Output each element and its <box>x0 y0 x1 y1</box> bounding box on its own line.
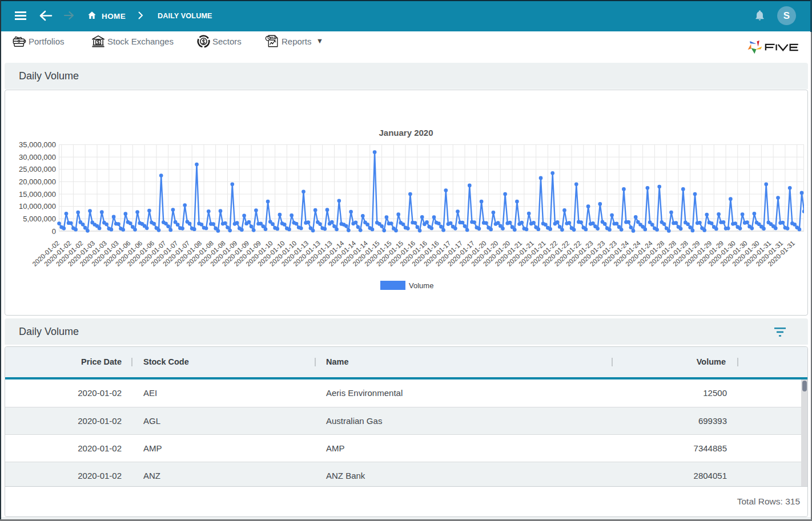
svg-text:25,000,000: 25,000,000 <box>19 165 56 173</box>
svg-text:30,000,000: 30,000,000 <box>19 153 56 161</box>
svg-text:5,000,000: 5,000,000 <box>23 215 56 223</box>
svg-text:20,000,000: 20,000,000 <box>19 177 56 186</box>
svg-text:35,000,000: 35,000,000 <box>19 140 56 149</box>
svg-text:15,000,000: 15,000,000 <box>19 190 56 199</box>
svg-text:0: 0 <box>52 227 56 236</box>
svg-text:Volume: Volume <box>409 281 433 290</box>
svg-text:January 2020: January 2020 <box>379 128 433 138</box>
svg-text:10,000,000: 10,000,000 <box>19 202 56 211</box>
